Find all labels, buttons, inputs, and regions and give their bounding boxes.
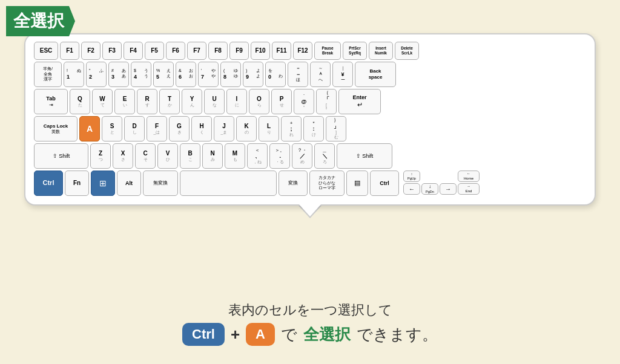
key-f8[interactable]: F8 <box>208 42 228 60</box>
instruction-line1: 表内のセルを一つ選択して <box>0 301 620 319</box>
key-katakana[interactable]: カタカナひらがなローマ字 <box>309 171 345 196</box>
key-n[interactable]: N み <box>202 143 223 169</box>
key-f9[interactable]: F9 <box>229 42 249 60</box>
key-y[interactable]: Y ん <box>182 89 202 114</box>
key-tab[interactable]: Tab ⇥ <box>34 89 68 114</box>
key-l[interactable]: L り <box>259 116 279 141</box>
key-f[interactable]: F _は <box>147 116 167 141</box>
key-d[interactable]: D し <box>124 116 145 141</box>
key-muhenkan[interactable]: 無変換 <box>143 171 178 196</box>
key-fn[interactable]: Fn <box>65 171 89 196</box>
bottom-key-row: Ctrl Fn ⊞ Alt 無変換 変 <box>34 171 586 196</box>
key-2[interactable]: "ふ 2 <box>86 62 107 87</box>
key-m[interactable]: M も <box>225 143 245 169</box>
key-p[interactable]: P せ <box>271 89 292 114</box>
key-g[interactable]: G き <box>169 116 190 141</box>
key-f6[interactable]: F6 <box>166 42 185 60</box>
key-q[interactable]: Q た <box>70 89 90 114</box>
key-8[interactable]: (ゆ 8ゆ <box>220 62 241 87</box>
key-backslash[interactable]: ＿ ＼ ろ <box>314 143 335 169</box>
key-i[interactable]: I に <box>226 89 247 114</box>
key-at[interactable]: ` @ " <box>294 89 314 114</box>
keyboard-wrapper: ESC F1 F2 F3 F4 F5 F6 F7 F8 F9 F10 F11 F… <box>24 33 596 206</box>
key-esc[interactable]: ESC <box>34 42 58 60</box>
key-delete[interactable]: DeleteScrLk <box>395 42 419 60</box>
key-home[interactable]: ←Home <box>458 171 480 182</box>
key-z[interactable]: Z つ <box>90 143 111 169</box>
asdf-key-row: Caps Lock 英数 A S と D し F _は G き <box>34 116 586 141</box>
key-backspace[interactable]: Backspace <box>355 62 396 87</box>
key-f5[interactable]: F5 <box>145 42 164 60</box>
key-w[interactable]: W て <box>92 89 113 114</box>
key-9[interactable]: )よ 9よ <box>243 62 263 87</box>
key-1[interactable]: !ぬ 1 <box>64 62 84 87</box>
key-yen[interactable]: ｜ ¥ ー <box>332 62 353 87</box>
key-f1[interactable]: F1 <box>60 42 79 60</box>
key-end[interactable]: →End <box>458 183 480 195</box>
key-s[interactable]: S と <box>102 116 122 141</box>
key-f4[interactable]: F4 <box>124 42 143 60</box>
key-hankaku[interactable]: 半角/全角漢字 <box>34 62 62 87</box>
key-slash[interactable]: ？・ ／ め <box>292 143 312 169</box>
key-comma[interactable]: ＜ 、 ，ね <box>247 143 268 169</box>
a-badge: A <box>246 323 275 346</box>
key-3[interactable]: #あ 3あ <box>108 62 129 87</box>
de-text: で <box>281 324 297 345</box>
key-arrow-down[interactable]: ↓ PgDn <box>421 183 438 195</box>
qwerty-key-row: Tab ⇥ Q た W て E い R す T か <box>34 89 586 114</box>
key-arrow-right[interactable]: → <box>440 183 457 195</box>
key-f10[interactable]: F10 <box>251 42 270 60</box>
key-4[interactable]: $う 4う <box>131 62 151 87</box>
key-lbracket[interactable]: ｛ 「 [ ° <box>316 89 337 114</box>
fn-key-row: ESC F1 F2 F3 F4 F5 F6 F7 F8 F9 F10 F11 F… <box>34 42 586 60</box>
ctrl-badge: Ctrl <box>182 323 225 346</box>
key-shift-left[interactable]: ⇧ Shift <box>34 143 88 169</box>
key-space[interactable] <box>180 171 277 196</box>
key-5[interactable]: %え 5え <box>153 62 174 87</box>
key-u[interactable]: U な <box>204 89 225 114</box>
key-apps[interactable]: ▤ <box>346 171 368 196</box>
key-f3[interactable]: F3 <box>102 42 122 60</box>
key-0[interactable]: を 0わ <box>265 62 286 87</box>
key-v[interactable]: V ひ <box>157 143 178 169</box>
key-prtscr[interactable]: PrtScrSyzRq <box>343 42 367 60</box>
key-7[interactable]: 'や 7や <box>198 62 219 87</box>
key-ctrl-left[interactable]: Ctrl <box>34 171 63 196</box>
number-key-row: 半角/全角漢字 !ぬ 1 "ふ 2 #あ 3あ $う 4う <box>34 62 586 87</box>
key-enter[interactable]: Enter ↵ <box>338 89 381 114</box>
key-alt-left[interactable]: Alt <box>117 171 141 196</box>
key-arrow-left[interactable]: ← <box>403 183 420 195</box>
key-6[interactable]: &お 6お <box>176 62 196 87</box>
key-henkan[interactable]: 変換 <box>279 171 308 196</box>
instruction-line2: Ctrl + A で 全選択 できます。 <box>0 323 620 346</box>
key-f11[interactable]: F11 <box>272 42 291 60</box>
key-minus[interactable]: ＝ － ほ <box>288 62 308 87</box>
key-o[interactable]: O ら <box>249 89 269 114</box>
key-semicolon[interactable]: + ; れ <box>281 116 302 141</box>
key-arrow-up-label[interactable]: ↑ PgUp <box>403 171 420 182</box>
key-t[interactable]: T か <box>159 89 180 114</box>
key-f7[interactable]: F7 <box>187 42 206 60</box>
key-caret[interactable]: ～ ＾ へ <box>310 62 331 87</box>
key-r[interactable]: R す <box>137 89 157 114</box>
key-pause[interactable]: PauseBreak <box>314 42 341 60</box>
key-f12[interactable]: F12 <box>293 42 312 60</box>
key-period[interactable]: ＞。 ． ・る <box>269 143 290 169</box>
key-b[interactable]: B こ <box>180 143 200 169</box>
key-ctrl-right[interactable]: Ctrl <box>370 171 399 196</box>
key-e[interactable]: E い <box>114 89 135 114</box>
key-k[interactable]: K の <box>236 116 257 141</box>
key-insert[interactable]: InsertNumlk <box>369 42 393 60</box>
key-h[interactable]: H く <box>191 116 212 141</box>
plus-sign: + <box>231 325 240 344</box>
key-c[interactable]: C そ <box>135 143 156 169</box>
key-shift-right[interactable]: ⇧ Shift <box>337 143 392 169</box>
key-f2[interactable]: F2 <box>81 42 101 60</box>
key-j[interactable]: J _ま <box>214 116 234 141</box>
key-colon[interactable]: * : け <box>303 116 324 141</box>
key-capslock[interactable]: Caps Lock 英数 <box>34 116 78 141</box>
key-win[interactable]: ⊞ <box>91 171 115 196</box>
key-x[interactable]: X さ <box>113 143 133 169</box>
key-rbracket[interactable]: ｝ 」 ] む <box>326 116 346 141</box>
key-a-highlighted[interactable]: A <box>79 116 100 141</box>
